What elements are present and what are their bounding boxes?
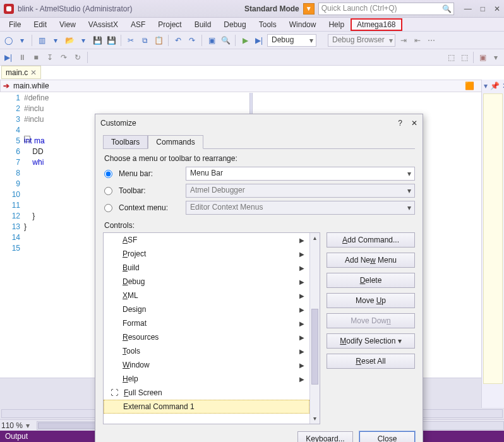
controls-item[interactable]: ⛶Full Screen xyxy=(104,386,309,400)
menu-window[interactable]: Window xyxy=(283,19,323,30)
add-command-button[interactable]: Add Command... xyxy=(327,232,415,248)
menu-tools[interactable]: Tools xyxy=(253,19,283,30)
code-line[interactable]: #inclu xyxy=(24,104,504,114)
menu-vassistx[interactable]: VAssistX xyxy=(82,19,124,30)
dropdown-icon[interactable]: ▾ xyxy=(484,81,488,90)
chip-icon[interactable]: ▣ xyxy=(206,35,217,46)
radio-toolbar[interactable] xyxy=(104,187,112,195)
find-icon[interactable]: 🔍 xyxy=(220,35,231,46)
step-into-icon[interactable]: ↧ xyxy=(44,52,56,63)
redo-icon[interactable]: ↷ xyxy=(186,35,198,46)
debug-browser-dropdown[interactable]: Debug Browser xyxy=(328,34,395,47)
solution-config-dropdown[interactable]: Debug xyxy=(267,34,316,47)
navigation-bar[interactable]: ➔ main.while xyxy=(0,80,504,92)
open-icon[interactable]: 📂 xyxy=(64,35,75,46)
help-button[interactable]: ? xyxy=(398,119,402,128)
dialog-close-button[interactable]: ✕ xyxy=(411,119,417,128)
maximize-button[interactable]: □ xyxy=(481,4,485,13)
paste-icon[interactable]: 📋 xyxy=(153,35,164,46)
controls-item[interactable]: ASF▶ xyxy=(104,233,309,247)
undo-icon[interactable]: ↶ xyxy=(172,35,184,46)
minimap[interactable] xyxy=(483,93,503,384)
window-title: blink - AtmelStudio (Administrator) xyxy=(18,4,132,13)
close-tab-icon[interactable]: ✕ xyxy=(30,68,37,77)
start-icon[interactable]: ▶ xyxy=(239,35,251,46)
controls-item[interactable]: Resources▶ xyxy=(104,330,309,344)
controls-item[interactable]: XML▶ xyxy=(104,289,309,302)
toolbar-select[interactable]: Atmel Debugger xyxy=(186,184,415,198)
toolbar-options-icon[interactable]: ⋯ xyxy=(426,35,437,46)
tab-commands[interactable]: Commands xyxy=(148,135,203,149)
close-button[interactable]: ✕ xyxy=(494,4,500,13)
controls-item[interactable]: Project▶ xyxy=(104,247,309,261)
controls-item[interactable]: Help▶ xyxy=(104,372,309,386)
menubar-select[interactable]: Menu Bar xyxy=(186,167,415,181)
menu-view[interactable]: View xyxy=(53,19,82,30)
close-button-dialog[interactable]: Close xyxy=(359,431,415,442)
start-no-debug-icon[interactable]: ▶| xyxy=(253,35,265,46)
scroll-down-icon[interactable]: ▾ xyxy=(310,414,320,424)
controls-listbox[interactable]: ASF▶Project▶Build▶Debug▶XML▶Design▶Forma… xyxy=(103,232,320,424)
menu-file[interactable]: File xyxy=(3,19,27,30)
nav-fwd-icon[interactable]: ▾ xyxy=(16,35,28,46)
controls-item[interactable]: External Command 1 xyxy=(104,400,309,414)
mode-dropdown-icon[interactable]: ▼ xyxy=(303,3,315,15)
menu-asf[interactable]: ASF xyxy=(124,19,152,30)
toolbar2-options-icon[interactable]: ▾ xyxy=(490,52,501,63)
menu-edit[interactable]: Edit xyxy=(27,19,53,30)
tab-toolbars[interactable]: Toolbars xyxy=(103,135,148,149)
menu-build[interactable]: Build xyxy=(188,19,218,30)
save-all-icon[interactable]: 💾 xyxy=(105,35,117,46)
fullscreen-icon: ⛶ xyxy=(110,388,119,397)
pin-icon[interactable]: 📌 xyxy=(490,81,500,90)
new-file-dropdown-icon[interactable]: ▾ xyxy=(50,35,61,46)
new-project-icon[interactable]: ▥ xyxy=(36,35,47,46)
submenu-arrow-icon: ▶ xyxy=(299,306,304,313)
quick-launch-input[interactable]: Quick Launch (Ctrl+Q) 🔍 xyxy=(318,3,454,15)
menu-atmega168[interactable]: Atmega168 xyxy=(351,18,402,31)
controls-item[interactable]: Debug▶ xyxy=(104,275,309,289)
radio-menubar[interactable] xyxy=(104,170,112,178)
scroll-thumb[interactable] xyxy=(311,309,318,385)
copy-icon[interactable]: ⧉ xyxy=(139,35,150,46)
modify-selection-button[interactable]: Modify Selection xyxy=(327,333,415,349)
step-icon[interactable]: ⇥ xyxy=(398,35,409,46)
pause-icon[interactable]: ⏸ xyxy=(16,52,28,63)
hex-icon[interactable]: ⬚ xyxy=(445,52,457,63)
controls-item[interactable]: Build▶ xyxy=(104,261,309,275)
step-over-icon[interactable]: ↷ xyxy=(58,52,69,63)
run-to-cursor-icon[interactable]: ▶| xyxy=(3,52,14,63)
radio-context[interactable] xyxy=(104,204,112,212)
controls-scrollbar[interactable]: ▴ ▾ xyxy=(309,233,320,424)
reset-all-button[interactable]: Reset All xyxy=(327,354,415,369)
add-new-menu-button[interactable]: Add New Menu xyxy=(327,253,415,268)
open-dropdown-icon[interactable]: ▾ xyxy=(78,35,89,46)
submenu-arrow-icon: ▶ xyxy=(299,278,304,285)
stop-icon[interactable]: ■ xyxy=(30,52,42,63)
menu-project[interactable]: Project xyxy=(152,19,188,30)
restart-icon[interactable]: ↻ xyxy=(72,52,83,63)
search-icon: 🔍 xyxy=(442,4,452,13)
menu-debug[interactable]: Debug xyxy=(217,19,252,30)
context-select[interactable]: Editor Context Menus xyxy=(186,201,415,215)
device-icon[interactable]: ▣ xyxy=(477,52,488,63)
controls-item[interactable]: Window▶ xyxy=(104,358,309,372)
cut-icon[interactable]: ✂ xyxy=(125,35,136,46)
code-line[interactable]: #define xyxy=(24,93,504,104)
menu-help[interactable]: Help xyxy=(322,19,351,30)
editor-tab[interactable]: main.c ✕ xyxy=(1,66,41,79)
controls-item[interactable]: Design▶ xyxy=(104,302,309,316)
scroll-up-icon[interactable]: ▴ xyxy=(310,233,320,243)
controls-item[interactable]: Tools▶ xyxy=(104,344,309,358)
nav-back-icon[interactable]: ◯ xyxy=(3,35,14,46)
save-icon[interactable]: 💾 xyxy=(92,35,103,46)
controls-item[interactable]: Format▶ xyxy=(104,316,309,330)
zoom-dropdown[interactable]: 110 % xyxy=(0,421,37,430)
move-up-button[interactable]: Move Up xyxy=(327,293,415,308)
debug-toolbar: ▶| ⏸ ■ ↧ ↷ ↻ ⬚ ⬚ ▣ ▾ xyxy=(0,49,504,66)
minimize-button[interactable]: — xyxy=(464,4,472,13)
step-out-icon[interactable]: ⇤ xyxy=(412,35,423,46)
panel-icon[interactable]: ⬚ xyxy=(459,52,470,63)
keyboard-button[interactable]: Keyboard... xyxy=(297,431,353,442)
delete-button[interactable]: Delete xyxy=(327,273,415,288)
